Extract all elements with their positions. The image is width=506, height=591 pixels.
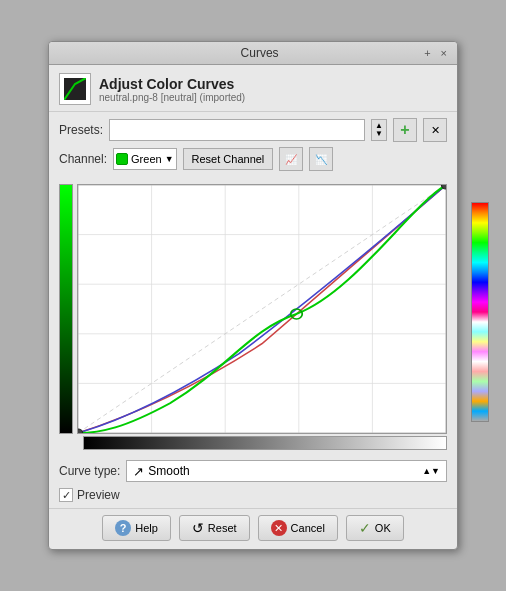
title-bar: Curves + × [49,42,457,65]
reset-channel-button[interactable]: Reset Channel [183,148,274,170]
channel-select[interactable]: Green ▼ [113,148,177,170]
title-controls: + × [422,47,449,59]
gradient-bar-bottom [83,436,447,450]
spin-down-icon: ▼ [372,130,386,138]
preview-checkbox[interactable]: ✓ [59,488,73,502]
curve-type-row: Curve type: ↗ Smooth ▲▼ [49,454,457,486]
presets-spinner[interactable]: ▲ ▼ [371,119,387,141]
color-strip [471,202,489,422]
add-preset-button[interactable]: + [393,118,417,142]
preview-row: ✓ Preview [49,486,457,508]
header-text: Adjust Color Curves neutral.png-8 [neutr… [99,76,245,103]
main-window: Curves + × Adjust Color Curves neutral.p… [48,41,458,550]
delete-preset-button[interactable]: ✕ [423,118,447,142]
preview-label: Preview [77,488,120,502]
help-icon: ? [115,520,131,536]
add-button[interactable]: + [422,47,432,59]
curve-type-select[interactable]: ↗ Smooth ▲▼ [126,460,447,482]
ok-icon: ✓ [359,520,371,536]
dialog-header: Adjust Color Curves neutral.png-8 [neutr… [49,65,457,112]
cancel-button[interactable]: ✕ Cancel [258,515,338,541]
curve-view-1-button[interactable]: 📈 [279,147,303,171]
svg-line-10 [78,185,446,433]
curve-type-value: Smooth [148,464,189,478]
help-label: Help [135,522,158,534]
footer-buttons: ? Help ↺ Reset ✕ Cancel ✓ OK [49,508,457,549]
reset-icon: ↺ [192,520,204,536]
cancel-label: Cancel [291,522,325,534]
dialog-icon [59,73,91,105]
window-title: Curves [97,46,422,60]
curve-svg [78,185,446,433]
curve-type-dropdown-arrow: ▲▼ [422,466,440,476]
color-strip-gradient [471,202,489,422]
presets-row: Presets: ▲ ▼ + ✕ [59,118,447,142]
channel-color-indicator [116,153,128,165]
reset-button[interactable]: ↺ Reset [179,515,250,541]
dialog-subtitle: neutral.png-8 [neutral] (imported) [99,92,245,103]
gradient-bar-left [59,184,73,434]
svg-point-13 [78,429,83,433]
curve-type-label: Curve type: [59,464,120,478]
help-button[interactable]: ? Help [102,515,171,541]
close-button[interactable]: × [439,47,449,59]
curve-view-2-button[interactable]: 📉 [309,147,333,171]
channel-row: Channel: Green ▼ Reset Channel 📈 📉 [59,147,447,171]
ok-label: OK [375,522,391,534]
presets-input[interactable] [109,119,365,141]
cancel-icon: ✕ [271,520,287,536]
ok-button[interactable]: ✓ OK [346,515,404,541]
reset-label: Reset [208,522,237,534]
controls-area: Presets: ▲ ▼ + ✕ Channel: Green ▼ Reset … [49,112,457,182]
smooth-icon: ↗ [133,464,144,479]
channel-value: Green [131,153,162,165]
dialog-title: Adjust Color Curves [99,76,245,92]
curve-canvas[interactable] [77,184,447,434]
curve-area [59,184,447,434]
channel-dropdown-arrow: ▼ [165,154,174,164]
channel-label: Channel: [59,152,107,166]
presets-label: Presets: [59,123,103,137]
